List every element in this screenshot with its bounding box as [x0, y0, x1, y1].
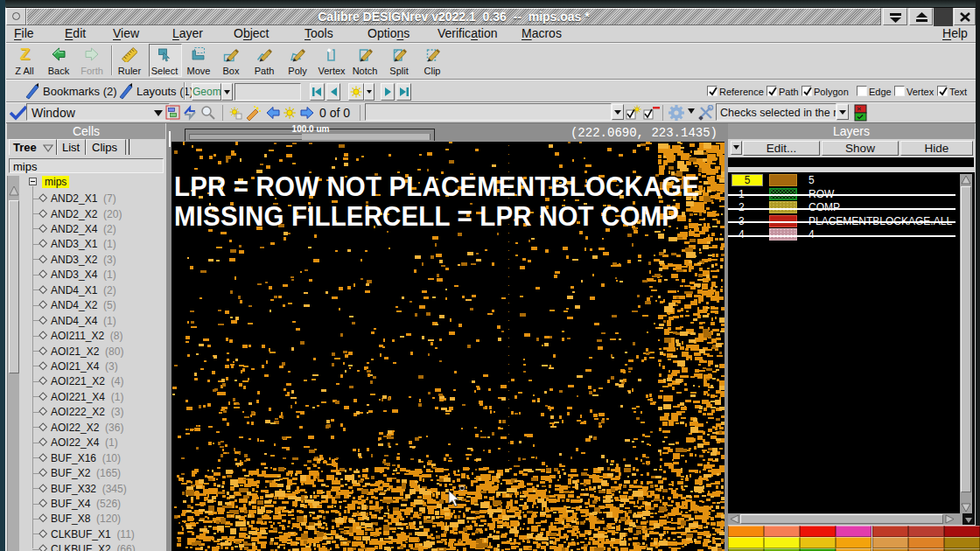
svg-text:Z: Z: [20, 46, 31, 62]
